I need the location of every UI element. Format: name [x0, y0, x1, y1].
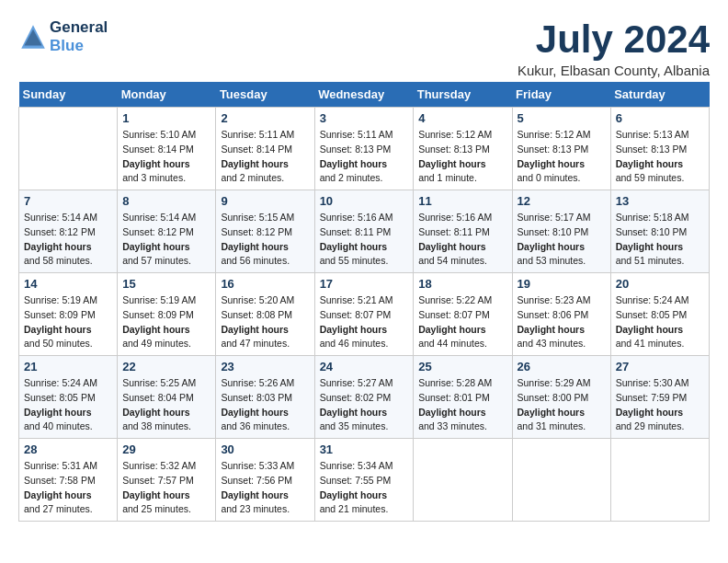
logo-icon — [18, 22, 48, 52]
day-cell: 4Sunrise: 5:12 AM Sunset: 8:13 PM Daylig… — [414, 108, 512, 190]
day-detail: Sunrise: 5:28 AM Sunset: 8:01 PM Dayligh… — [418, 376, 506, 434]
day-number: 15 — [122, 277, 210, 291]
day-number: 21 — [24, 360, 112, 373]
day-detail: Sunrise: 5:32 AM Sunset: 7:57 PM Dayligh… — [122, 459, 210, 517]
day-detail: Sunrise: 5:23 AM Sunset: 8:06 PM Dayligh… — [518, 293, 606, 351]
day-cell: 17Sunrise: 5:21 AM Sunset: 8:07 PM Dayli… — [314, 273, 414, 356]
day-detail: Sunrise: 5:25 AM Sunset: 8:04 PM Dayligh… — [122, 376, 210, 434]
day-cell: 22Sunrise: 5:25 AM Sunset: 8:04 PM Dayli… — [118, 356, 216, 439]
day-detail: Sunrise: 5:22 AM Sunset: 8:07 PM Dayligh… — [418, 293, 506, 351]
weekday-header-monday: Monday — [118, 82, 216, 108]
day-number: 22 — [122, 360, 210, 373]
day-number: 18 — [418, 277, 506, 291]
day-number: 12 — [518, 194, 606, 208]
day-detail: Sunrise: 5:27 AM Sunset: 8:02 PM Dayligh… — [320, 376, 409, 434]
day-detail: Sunrise: 5:11 AM Sunset: 8:13 PM Dayligh… — [320, 128, 409, 186]
day-cell: 11Sunrise: 5:16 AM Sunset: 8:11 PM Dayli… — [414, 190, 512, 273]
day-detail: Sunrise: 5:17 AM Sunset: 8:10 PM Dayligh… — [518, 211, 606, 269]
day-detail: Sunrise: 5:20 AM Sunset: 8:08 PM Dayligh… — [221, 293, 309, 351]
day-cell: 23Sunrise: 5:26 AM Sunset: 8:03 PM Dayli… — [216, 356, 314, 439]
day-detail: Sunrise: 5:14 AM Sunset: 8:12 PM Dayligh… — [122, 211, 210, 269]
day-number: 29 — [122, 442, 210, 456]
day-detail: Sunrise: 5:16 AM Sunset: 8:11 PM Dayligh… — [320, 211, 409, 269]
location: Kukur, Elbasan County, Albania — [518, 63, 710, 78]
day-number: 7 — [24, 194, 112, 208]
day-cell: 1Sunrise: 5:10 AM Sunset: 8:14 PM Daylig… — [118, 108, 216, 190]
day-cell: 24Sunrise: 5:27 AM Sunset: 8:02 PM Dayli… — [314, 356, 414, 439]
day-detail: Sunrise: 5:31 AM Sunset: 7:58 PM Dayligh… — [24, 459, 112, 517]
month-title: July 2024 — [518, 18, 710, 61]
day-cell: 18Sunrise: 5:22 AM Sunset: 8:07 PM Dayli… — [414, 273, 512, 356]
weekday-header-tuesday: Tuesday — [216, 82, 314, 108]
day-number: 17 — [320, 277, 409, 291]
day-detail: Sunrise: 5:16 AM Sunset: 8:11 PM Dayligh… — [418, 211, 506, 269]
day-number: 20 — [616, 277, 704, 291]
day-number: 31 — [320, 442, 409, 456]
day-cell: 16Sunrise: 5:20 AM Sunset: 8:08 PM Dayli… — [216, 273, 314, 356]
day-number: 26 — [518, 360, 606, 373]
day-cell: 15Sunrise: 5:19 AM Sunset: 8:09 PM Dayli… — [118, 273, 216, 356]
week-row-3: 14Sunrise: 5:19 AM Sunset: 8:09 PM Dayli… — [19, 273, 710, 356]
day-detail: Sunrise: 5:15 AM Sunset: 8:12 PM Dayligh… — [221, 211, 309, 269]
week-row-5: 28Sunrise: 5:31 AM Sunset: 7:58 PM Dayli… — [19, 439, 710, 522]
day-cell: 25Sunrise: 5:28 AM Sunset: 8:01 PM Dayli… — [414, 356, 512, 439]
day-cell: 7Sunrise: 5:14 AM Sunset: 8:12 PM Daylig… — [19, 190, 118, 273]
day-number: 11 — [418, 194, 506, 208]
day-detail: Sunrise: 5:11 AM Sunset: 8:14 PM Dayligh… — [221, 128, 309, 186]
day-cell — [19, 108, 118, 190]
day-detail: Sunrise: 5:14 AM Sunset: 8:12 PM Dayligh… — [24, 211, 112, 269]
day-number: 23 — [221, 360, 309, 373]
day-detail: Sunrise: 5:13 AM Sunset: 8:13 PM Dayligh… — [616, 128, 704, 186]
day-cell — [414, 439, 512, 522]
day-number: 2 — [221, 111, 309, 125]
day-detail: Sunrise: 5:12 AM Sunset: 8:13 PM Dayligh… — [518, 128, 606, 186]
day-detail: Sunrise: 5:24 AM Sunset: 8:05 PM Dayligh… — [24, 376, 112, 434]
day-number: 27 — [616, 360, 704, 373]
day-cell: 28Sunrise: 5:31 AM Sunset: 7:58 PM Dayli… — [19, 439, 118, 522]
week-row-1: 1Sunrise: 5:10 AM Sunset: 8:14 PM Daylig… — [19, 108, 710, 190]
weekday-header-wednesday: Wednesday — [314, 82, 414, 108]
day-detail: Sunrise: 5:18 AM Sunset: 8:10 PM Dayligh… — [616, 211, 704, 269]
day-number: 5 — [518, 111, 606, 125]
day-cell: 8Sunrise: 5:14 AM Sunset: 8:12 PM Daylig… — [118, 190, 216, 273]
day-number: 3 — [320, 111, 409, 125]
day-number: 1 — [122, 111, 210, 125]
day-cell: 13Sunrise: 5:18 AM Sunset: 8:10 PM Dayli… — [610, 190, 709, 273]
day-detail: Sunrise: 5:34 AM Sunset: 7:55 PM Dayligh… — [320, 459, 409, 517]
day-number: 6 — [616, 111, 704, 125]
day-number: 14 — [24, 277, 112, 291]
day-number: 10 — [320, 194, 409, 208]
day-cell: 2Sunrise: 5:11 AM Sunset: 8:14 PM Daylig… — [216, 108, 314, 190]
weekday-header-saturday: Saturday — [610, 82, 709, 108]
day-detail: Sunrise: 5:33 AM Sunset: 7:56 PM Dayligh… — [221, 459, 309, 517]
day-number: 24 — [320, 360, 409, 373]
day-cell: 21Sunrise: 5:24 AM Sunset: 8:05 PM Dayli… — [19, 356, 118, 439]
week-row-2: 7Sunrise: 5:14 AM Sunset: 8:12 PM Daylig… — [19, 190, 710, 273]
weekday-header-friday: Friday — [512, 82, 610, 108]
day-cell: 6Sunrise: 5:13 AM Sunset: 8:13 PM Daylig… — [610, 108, 709, 190]
day-cell: 30Sunrise: 5:33 AM Sunset: 7:56 PM Dayli… — [216, 439, 314, 522]
day-number: 30 — [221, 442, 309, 456]
day-cell: 12Sunrise: 5:17 AM Sunset: 8:10 PM Dayli… — [512, 190, 610, 273]
day-cell: 5Sunrise: 5:12 AM Sunset: 8:13 PM Daylig… — [512, 108, 610, 190]
day-number: 19 — [518, 277, 606, 291]
day-number: 16 — [221, 277, 309, 291]
page-header: General Blue July 2024 Kukur, Elbasan Co… — [18, 18, 710, 78]
day-number: 25 — [418, 360, 506, 373]
day-cell: 26Sunrise: 5:29 AM Sunset: 8:00 PM Dayli… — [512, 356, 610, 439]
day-detail: Sunrise: 5:12 AM Sunset: 8:13 PM Dayligh… — [418, 128, 506, 186]
day-cell: 20Sunrise: 5:24 AM Sunset: 8:05 PM Dayli… — [610, 273, 709, 356]
day-detail: Sunrise: 5:29 AM Sunset: 8:00 PM Dayligh… — [518, 376, 606, 434]
day-cell: 9Sunrise: 5:15 AM Sunset: 8:12 PM Daylig… — [216, 190, 314, 273]
day-detail: Sunrise: 5:30 AM Sunset: 7:59 PM Dayligh… — [616, 376, 704, 434]
day-cell — [512, 439, 610, 522]
day-detail: Sunrise: 5:10 AM Sunset: 8:14 PM Dayligh… — [122, 128, 210, 186]
day-number: 9 — [221, 194, 309, 208]
day-number: 4 — [418, 111, 506, 125]
day-cell: 29Sunrise: 5:32 AM Sunset: 7:57 PM Dayli… — [118, 439, 216, 522]
day-cell: 14Sunrise: 5:19 AM Sunset: 8:09 PM Dayli… — [19, 273, 118, 356]
day-detail: Sunrise: 5:19 AM Sunset: 8:09 PM Dayligh… — [24, 293, 112, 351]
day-number: 8 — [122, 194, 210, 208]
day-cell: 19Sunrise: 5:23 AM Sunset: 8:06 PM Dayli… — [512, 273, 610, 356]
weekday-header-sunday: Sunday — [19, 82, 118, 108]
